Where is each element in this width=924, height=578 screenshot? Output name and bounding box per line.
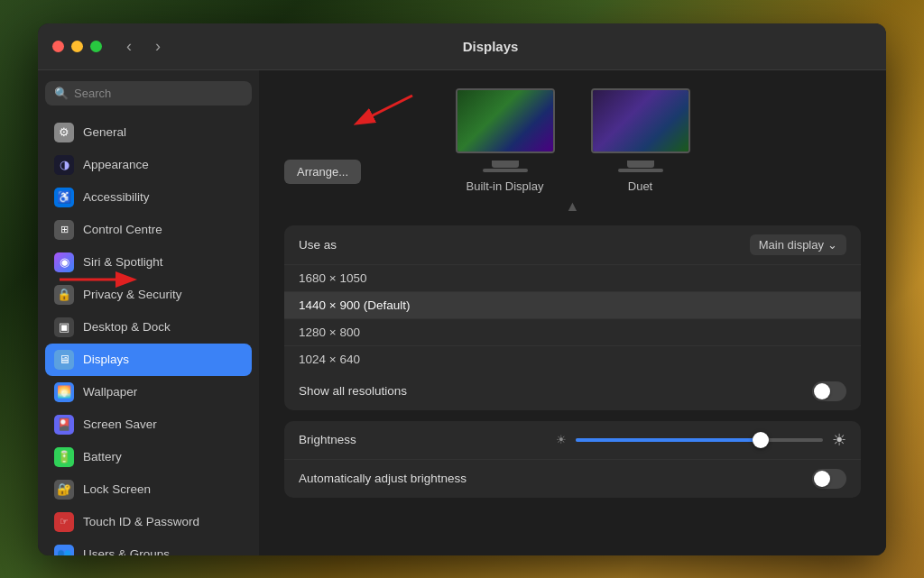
display-item-duet: Duet — [591, 88, 690, 193]
sidebar-label-privacy: Privacy & Security — [83, 288, 182, 301]
arrange-button[interactable]: Arrange... — [284, 160, 361, 184]
search-icon: 🔍 — [54, 87, 69, 100]
window-title: Displays — [109, 39, 872, 54]
desktop-icon: ▣ — [54, 317, 74, 337]
close-button[interactable] — [52, 41, 64, 52]
sidebar-item-general[interactable]: ⚙ General — [45, 116, 252, 149]
maximize-button[interactable] — [90, 41, 102, 52]
sun-large-icon: ☀ — [832, 430, 846, 450]
sidebar-item-lock-screen[interactable]: 🔐 Lock Screen — [45, 473, 252, 506]
brightness-row: Brightness ☀ ☀ — [284, 421, 861, 460]
brightness-section: Brightness ☀ ☀ Automatically adjust brig… — [284, 421, 861, 498]
screen-saver-icon: 🎴 — [54, 415, 74, 435]
sidebar-item-screen-saver[interactable]: 🎴 Screen Saver — [45, 408, 252, 441]
sidebar-item-accessibility[interactable]: ♿ Accessibility — [45, 181, 252, 214]
display-thumbnails: Arrange... Built-in Display — [284, 88, 861, 193]
sidebar-item-battery[interactable]: 🔋 Battery — [45, 441, 252, 473]
chevron-down-icon: ⌄ — [827, 238, 837, 252]
search-input[interactable] — [74, 87, 243, 100]
sidebar-item-touch-id[interactable]: ☞ Touch ID & Password — [45, 506, 252, 538]
display-label-builtin: Built-in Display — [467, 179, 544, 193]
title-bar: ‹ › Displays — [38, 23, 886, 70]
sidebar-label-screen-saver: Screen Saver — [83, 417, 157, 431]
touch-id-icon: ☞ — [54, 512, 74, 532]
main-display-dropdown[interactable]: Main display ⌄ — [750, 234, 846, 255]
main-content: 🔍 ⚙ General ◑ Appearance ♿ Accessibility… — [38, 70, 886, 555]
resolution-item-3[interactable]: 1024 × 640 — [284, 346, 861, 372]
accessibility-icon: ♿ — [54, 188, 74, 207]
sidebar-item-displays[interactable]: 🖥 Displays — [45, 344, 252, 376]
sidebar-item-users-groups[interactable]: 👥 Users & Groups — [45, 538, 252, 555]
privacy-icon: 🔒 — [54, 285, 74, 305]
appearance-icon: ◑ — [54, 155, 74, 175]
display-screen-builtin — [456, 88, 555, 153]
sidebar-item-desktop[interactable]: ▣ Desktop & Dock — [45, 311, 252, 344]
sidebar-item-wallpaper[interactable]: 🌅 Wallpaper — [45, 376, 252, 408]
use-as-label: Use as — [299, 238, 750, 252]
use-as-row: Use as Main display ⌄ — [284, 225, 861, 265]
auto-brightness-knob — [814, 471, 830, 487]
resolution-item-1[interactable]: 1440 × 900 (Default) — [284, 292, 861, 319]
sidebar-item-siri[interactable]: ◉ Siri & Spotlight — [45, 246, 252, 279]
sidebar-label-siri: Siri & Spotlight — [83, 255, 163, 269]
display-indicator: ▲ — [284, 198, 861, 215]
traffic-lights — [52, 41, 102, 52]
sidebar-label-general: General — [83, 125, 126, 139]
detail-pane: Arrange... Built-in Display — [259, 70, 886, 555]
show-all-label: Show all resolutions — [299, 384, 812, 398]
lock-screen-icon: 🔐 — [54, 480, 74, 500]
use-as-value: Main display ⌄ — [750, 234, 846, 255]
sidebar-label-lock-screen: Lock Screen — [83, 482, 151, 496]
sidebar-label-control-centre: Control Centre — [83, 223, 162, 236]
sidebar-item-privacy[interactable]: 🔒 Privacy & Security — [45, 279, 252, 311]
sidebar-label-displays: Displays — [83, 353, 129, 366]
general-icon: ⚙ — [54, 123, 74, 142]
resolution-list: 1680 × 1050 1440 × 900 (Default) 1280 × … — [284, 265, 861, 372]
sidebar-label-accessibility: Accessibility — [83, 190, 150, 204]
resolution-item-2[interactable]: 1280 × 800 — [284, 319, 861, 346]
system-preferences-window: ‹ › Displays 🔍 ⚙ General ◑ Appearance ♿ … — [38, 23, 886, 555]
wallpaper-icon: 🌅 — [54, 382, 74, 402]
display-label-duet: Duet — [628, 179, 652, 193]
sidebar-label-touch-id: Touch ID & Password — [83, 515, 199, 528]
siri-icon: ◉ — [54, 252, 74, 272]
display-item-builtin: Built-in Display — [456, 88, 555, 193]
show-all-resolutions-row: Show all resolutions — [284, 372, 861, 410]
sidebar: 🔍 ⚙ General ◑ Appearance ♿ Accessibility… — [38, 70, 259, 555]
sidebar-label-appearance: Appearance — [83, 158, 149, 171]
minimize-button[interactable] — [71, 41, 83, 52]
brightness-fill — [576, 438, 762, 442]
brightness-thumb[interactable] — [753, 432, 769, 448]
brightness-slider[interactable] — [576, 438, 824, 442]
show-all-toggle[interactable] — [812, 381, 846, 401]
brightness-label: Brightness — [299, 433, 547, 446]
search-bar[interactable]: 🔍 — [45, 81, 252, 106]
auto-brightness-row: Automatically adjust brightness — [284, 460, 861, 498]
toggle-knob — [814, 383, 830, 399]
auto-brightness-label: Automatically adjust brightness — [299, 472, 812, 485]
display-screen-duet — [591, 88, 690, 153]
main-display-value: Main display — [759, 238, 824, 252]
sidebar-label-desktop: Desktop & Dock — [83, 320, 171, 334]
sidebar-item-appearance[interactable]: ◑ Appearance — [45, 149, 252, 181]
displays-icon: 🖥 — [54, 350, 74, 370]
resolution-item-0[interactable]: 1680 × 1050 — [284, 265, 861, 292]
battery-icon: 🔋 — [54, 447, 74, 467]
users-groups-icon: 👥 — [54, 545, 74, 555]
sidebar-label-battery: Battery — [83, 450, 122, 463]
sidebar-label-users-groups: Users & Groups — [83, 547, 170, 555]
use-as-section: Use as Main display ⌄ 1680 × 1050 1440 — [284, 225, 861, 410]
control-centre-icon: ⊞ — [54, 220, 74, 240]
sun-small-icon: ☀ — [556, 433, 567, 446]
auto-brightness-toggle[interactable] — [812, 469, 846, 489]
sidebar-label-wallpaper: Wallpaper — [83, 385, 137, 399]
sidebar-item-control-centre[interactable]: ⊞ Control Centre — [45, 214, 252, 246]
